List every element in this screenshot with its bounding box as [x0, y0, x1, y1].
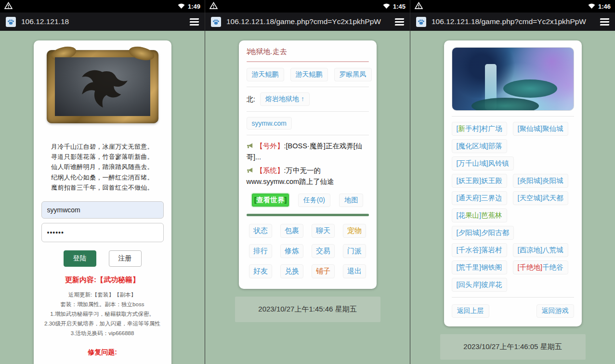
location-link[interactable]: [炎阳城]炎阳城	[513, 174, 568, 188]
direction-exit-link[interactable]: 熔岩地狱地 ↑	[260, 92, 310, 106]
login-card: 月冷千山江自碧，冰崖万丈无留意。寻道只影莲花落，竹音寥落听新曲。仙人听谁醉明月，…	[34, 40, 171, 364]
phone-screen-login: 1:49 106.12.121.18 月冷千山江自碧，冰崖万丈无留意。寻道只影莲…	[0, 0, 205, 364]
paw-icon	[6, 17, 16, 27]
phone-screen-game: 1:45 106.12.121.18/game.php?cmd=Yc2x1pkh…	[205, 0, 410, 364]
news-tag: 【号外】	[256, 142, 284, 150]
browser-url-bar: 106.12.121.18	[0, 13, 205, 31]
dragon-image	[55, 57, 150, 116]
status-bar: 1:45	[205, 0, 410, 13]
fantasy-landscape-image	[452, 47, 574, 111]
menu-button-兑换[interactable]: 兑换	[280, 264, 303, 278]
game-menu-grid: 状态包裹聊天宠物排行修炼交易门派好友兑换铺子退出	[247, 224, 369, 278]
location-row: [夕阳城]夕阳古都	[452, 226, 574, 240]
paw-icon	[211, 17, 221, 27]
url-text[interactable]: 106.12.121.18/game.php?cmd=Yc2x1pkhPpW	[432, 17, 595, 26]
location-row: [万千山域]风铃镇	[452, 156, 574, 170]
status-time: 1:45	[393, 3, 406, 10]
location-link[interactable]: [夕阳城]夕阳古都	[452, 226, 514, 240]
location-link[interactable]: [回头岸]彼岸花	[452, 278, 507, 292]
back-to-game-button[interactable]: 返回游戏	[536, 304, 574, 318]
location-link[interactable]: [天空城]武天都	[513, 191, 568, 205]
location-link[interactable]: [妖王殿]妖王殿	[452, 174, 507, 188]
warning-triangle-icon	[4, 2, 13, 11]
tasks-button[interactable]: 任务(0)	[298, 194, 330, 207]
menu-button-门派[interactable]: 门派	[343, 244, 366, 258]
menu-button-交易[interactable]: 交易	[312, 244, 335, 258]
update-title: 更新内容:【武功秘籍】	[41, 275, 164, 285]
url-text[interactable]: 106.12.121.18	[21, 17, 184, 26]
fix-notes: 1.武功消耗及叠加问题2.boss成长问题	[41, 363, 164, 364]
stacked-pages-menu-icon[interactable]	[190, 17, 199, 27]
update-note-line: 3.活动兑换码：vip666888	[41, 328, 164, 338]
warning-triangle-icon	[209, 2, 218, 11]
poem-line: 魔前扣首三千年，回首红尘不做仙。	[41, 182, 164, 193]
monster-link[interactable]: 游天鲲鹏	[247, 68, 284, 81]
action-row: [查看世界] 任务(0) 地图	[248, 194, 368, 207]
menu-button-好友[interactable]: 好友	[249, 264, 272, 278]
dragon-picture-frame	[47, 50, 158, 123]
fix-title: 修复问题:	[41, 348, 164, 357]
menu-button-铺子[interactable]: 铺子	[312, 264, 335, 278]
phone-screen-map: 1:46 106.12.121.18/game.php?cmd=Yc2x1pkh…	[410, 0, 615, 364]
location-row: [回头岸]彼岸花	[452, 278, 574, 292]
location-row: [通天府]三界边[天空城]武天都	[452, 191, 574, 205]
update-note-line: 2.30级开启天赋培养，加入闪避，幸运等等属性	[41, 319, 164, 328]
location-link[interactable]: [千水谷]落岩村	[452, 243, 507, 257]
wifi-icon	[383, 2, 390, 11]
timestamp-band: 2023/10/27上午1:46:05 星期五	[440, 334, 586, 360]
location-row: [魔化区域]部落	[452, 139, 574, 153]
login-button[interactable]: 登陆	[64, 250, 96, 267]
location-link[interactable]: [荒千里]钢铁阁	[452, 260, 507, 274]
poem-line: 仙人听谁醉明月，踏浪踏风随燕去。	[41, 162, 164, 172]
warning-triangle-icon	[415, 2, 423, 11]
fix-note-line: 1.武功消耗及叠加问题	[41, 363, 164, 364]
monster-link[interactable]: 游天鲲鹏	[290, 68, 328, 81]
monster-link[interactable]: 罗睺黑凤	[334, 68, 372, 81]
menu-button-宠物[interactable]: 宠物	[343, 224, 366, 238]
game-room-card: 岩地狱地.走去 游天鲲鹏游天鲲鹏罗睺黑凤 北: 熔岩地狱地 ↑ syymw.co…	[239, 40, 377, 289]
location-link[interactable]: [魔化区域]部落	[452, 139, 507, 153]
menu-button-修炼[interactable]: 修炼	[280, 244, 303, 258]
world-map-card: [新手村]村广场[聚仙城]聚仙城[魔化区域]部落[万千山域]风铃镇[妖王殿]妖王…	[444, 40, 582, 326]
timestamp-band: 2023/10/27上午1:45:46 星期五	[235, 297, 380, 322]
register-button[interactable]: 注册	[109, 250, 142, 267]
login-poem: 月冷千山江自碧，冰崖万丈无留意。寻道只影莲花落，竹音寥落听新曲。仙人听谁醉明月，…	[41, 142, 164, 193]
megaphone-icon	[247, 166, 254, 176]
location-link[interactable]: [花果山]芭蕉林	[452, 208, 507, 222]
divider	[247, 135, 369, 135]
login-button-row: 登陆 注册	[41, 250, 164, 267]
news-feed: 【号外】:[BOSS·魔兽]正在戏弄[仙哥]...【系统】:万中无一的 www.…	[247, 141, 369, 187]
location-link[interactable]: [通天府]三界边	[452, 191, 507, 205]
news-line: 【系统】:万中无一的 www.syymw.com踏上了仙途	[247, 165, 369, 187]
status-bar: 1:46	[410, 0, 615, 13]
username-input[interactable]	[41, 201, 164, 219]
divider	[247, 61, 369, 62]
location-list: [新手村]村广场[聚仙城]聚仙城[魔化区域]部落[万千山域]风铃镇[妖王殿]妖王…	[452, 122, 574, 292]
location-row: [荒千里]钢铁阁[千绝地]千绝谷	[452, 260, 574, 274]
menu-button-包裹[interactable]: 包裹	[280, 224, 303, 238]
menu-button-排行[interactable]: 排行	[249, 244, 272, 258]
view-world-button[interactable]: [查看世界]	[252, 194, 289, 207]
site-link[interactable]: syymw.com	[247, 117, 292, 130]
menu-button-状态[interactable]: 状态	[249, 224, 272, 238]
news-tag: 【系统】	[256, 167, 284, 174]
url-text[interactable]: 106.12.121.18/game.php?cmd=Yc2x1pkhPpW	[226, 17, 390, 26]
map-button[interactable]: 地图	[339, 194, 363, 207]
page-background: 月冷千山江自碧，冰崖万丈无留意。寻道只影莲花落，竹音寥落听新曲。仙人听谁醉明月，…	[0, 31, 205, 364]
location-link[interactable]: [千绝地]千绝谷	[513, 260, 568, 274]
back-row: 返回上层 返回游戏	[452, 304, 574, 318]
menu-button-聊天[interactable]: 聊天	[312, 224, 335, 238]
location-link[interactable]: [聚仙城]聚仙城	[513, 122, 568, 136]
location-link[interactable]: [新手村]村广场	[452, 122, 507, 136]
password-input[interactable]	[41, 223, 164, 242]
divider	[247, 111, 369, 112]
back-up-button[interactable]: 返回上层	[452, 304, 489, 318]
location-link[interactable]: [西凉地]八荒城	[513, 243, 568, 257]
location-link[interactable]: [万千山域]风铃镇	[452, 156, 514, 170]
divider	[452, 116, 574, 117]
stacked-pages-menu-icon[interactable]	[395, 17, 404, 27]
poem-line: 寻道只影莲花落，竹音寥落听新曲。	[41, 152, 164, 162]
menu-button-退出[interactable]: 退出	[343, 264, 366, 278]
stacked-pages-menu-icon[interactable]	[600, 17, 609, 27]
direction-row: 北: 熔岩地狱地 ↑	[247, 92, 369, 106]
